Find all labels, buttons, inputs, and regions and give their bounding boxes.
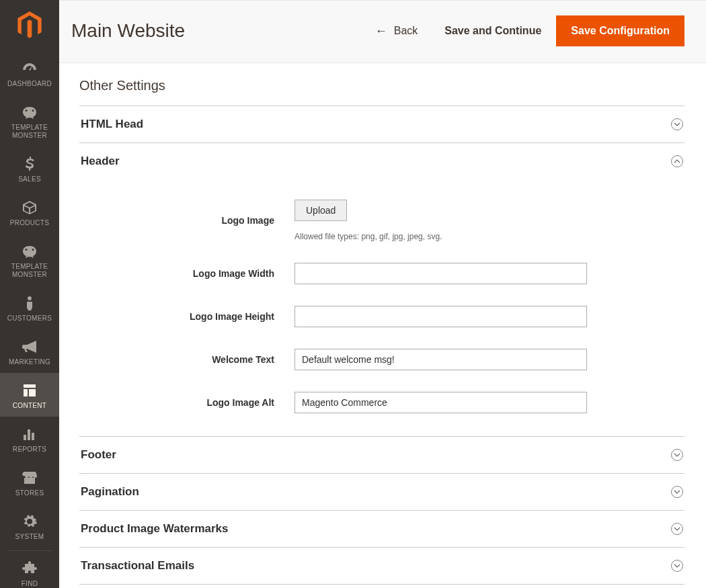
monster-icon [21,243,38,260]
section-title: Product Image Watermarks [81,522,671,536]
store-icon [22,469,38,487]
other-settings-heading: Other Settings [79,78,684,93]
section-watermarks[interactable]: Product Image Watermarks [79,510,684,547]
nav-label: FIND PARTNERS & EXTENSIONS [3,580,56,588]
magento-logo[interactable] [0,0,59,51]
nav-label: CONTENT [13,402,46,410]
nav-label: CUSTOMERS [7,314,52,323]
dollar-icon [24,155,35,173]
arrow-left-icon: ← [375,24,387,38]
input-logo-height[interactable] [295,306,587,327]
admin-sidebar: DASHBOARD TEMPLATE MONSTER SALES PRODUCT… [0,0,59,588]
person-icon [24,294,35,312]
section-title: Footer [81,448,671,462]
row-welcome-text: Welcome Text [79,349,684,370]
nav-template-monster-2[interactable]: TEMPLATE MONSTER [0,234,59,286]
main-area: Main Website ← Back Save and Continue Sa… [59,0,706,588]
nav-label: DASHBOARD [7,80,52,88]
nav-label: TEMPLATE MONSTER [3,124,56,140]
section-title: Header [81,155,671,168]
chevron-down-icon [671,449,683,461]
content: Other Settings HTML Head Header Logo Ima… [59,63,706,588]
section-html-head[interactable]: HTML Head [79,106,684,142]
header-form: Logo Image Upload Allowed file types: pn… [79,179,684,436]
section-pagination[interactable]: Pagination [79,473,684,510]
nav-products[interactable]: PRODUCTS [0,190,59,234]
save-configuration-button[interactable]: Save Configuration [556,15,684,46]
nav-label: REPORTS [13,446,46,454]
nav-label: SYSTEM [15,533,44,541]
input-logo-alt[interactable] [295,392,587,413]
nav-dashboard[interactable]: DASHBOARD [0,51,59,95]
gear-icon [22,513,37,530]
label-logo-height: Logo Image Height [79,311,295,322]
chevron-down-icon [671,118,683,130]
input-logo-width[interactable] [295,263,587,284]
monster-icon [21,103,38,121]
nav-content[interactable]: CONTENT [0,373,59,417]
nav-stores[interactable]: STORES [0,460,59,504]
save-continue-button[interactable]: Save and Continue [430,25,556,37]
upload-button[interactable]: Upload [295,200,347,221]
back-button[interactable]: ← Back [363,24,430,38]
nav-customers[interactable]: CUSTOMERS [0,286,59,329]
section-header[interactable]: Header [79,142,684,179]
chevron-down-icon [671,560,683,572]
row-logo-width: Logo Image Width [79,263,684,284]
section-title: Transactional Emails [81,559,671,573]
section-title: HTML Head [81,118,671,131]
bars-icon [22,425,37,443]
chevron-down-icon [671,486,683,498]
nav-partners[interactable]: FIND PARTNERS & EXTENSIONS [0,551,59,588]
page-title: Main Website [71,20,363,42]
upload-hint: Allowed file types: png, gif, jpg, jpeg,… [295,232,684,241]
nav-label: TEMPLATE MONSTER [3,263,56,279]
row-logo-height: Logo Image Height [79,306,684,327]
nav-reports[interactable]: REPORTS [0,417,59,460]
layout-icon [22,382,37,399]
chevron-up-icon [671,155,683,167]
section-transactional-emails[interactable]: Transactional Emails [79,547,684,585]
input-welcome-text[interactable] [295,349,587,370]
box-icon [22,199,38,216]
nav-label: SALES [18,175,41,183]
nav-label: MARKETING [9,358,50,366]
section-footer[interactable]: Footer [79,436,684,473]
megaphone-icon [22,338,38,355]
nav-system[interactable]: SYSTEM [0,504,59,548]
label-logo-image: Logo Image [79,215,295,226]
row-logo-alt: Logo Image Alt [79,392,684,413]
label-logo-width: Logo Image Width [79,268,295,279]
puzzle-icon [22,560,37,577]
label-logo-alt: Logo Image Alt [79,397,295,408]
back-label: Back [394,25,418,37]
nav-template-monster[interactable]: TEMPLATE MONSTER [0,95,59,146]
page-header: Main Website ← Back Save and Continue Sa… [59,0,706,63]
row-logo-image: Logo Image Upload Allowed file types: pn… [79,200,684,241]
chevron-down-icon [671,523,683,535]
nav-sales[interactable]: SALES [0,146,59,190]
nav-marketing[interactable]: MARKETING [0,329,59,373]
label-welcome-text: Welcome Text [79,354,295,365]
nav-label: STORES [15,489,44,497]
section-title: Pagination [81,485,671,499]
gauge-icon [22,60,38,77]
nav-label: PRODUCTS [10,219,50,227]
